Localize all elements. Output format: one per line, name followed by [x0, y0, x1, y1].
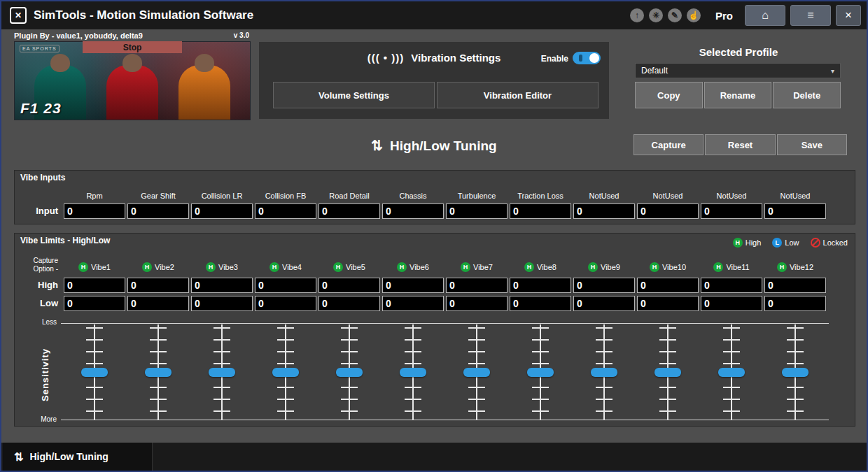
slider-handle[interactable] — [654, 368, 681, 377]
capture-option-icon[interactable]: H — [713, 262, 723, 272]
high-limit-field[interactable] — [446, 278, 507, 293]
capture-button[interactable]: Capture — [634, 134, 704, 155]
edit-icon[interactable]: ✎ — [668, 8, 682, 22]
titlebar: ✕ SimTools - Motion Simulation Software … — [1, 1, 867, 29]
vibe-input-field[interactable] — [510, 203, 571, 219]
slider-handle[interactable] — [209, 368, 235, 377]
vibe-input-field[interactable] — [573, 203, 635, 219]
stop-button[interactable]: Stop — [83, 41, 182, 53]
copy-button[interactable]: Copy — [635, 82, 703, 108]
sensitivity-slider[interactable] — [318, 324, 380, 420]
capture-option-icon[interactable]: H — [397, 262, 407, 272]
driver-artwork — [106, 65, 158, 120]
settings-icon[interactable]: ✳ — [649, 8, 663, 22]
high-limit-field[interactable] — [64, 278, 125, 293]
sensitivity-slider[interactable] — [510, 324, 571, 420]
vibe-channel-label: Vibe5 — [346, 263, 365, 271]
vibe-input-column-label: Collision FB — [255, 192, 316, 200]
high-limit-field[interactable] — [637, 278, 699, 293]
locked-icon — [811, 238, 820, 248]
low-limit-field[interactable] — [191, 296, 253, 311]
slider-handle[interactable] — [527, 368, 554, 377]
slider-handle[interactable] — [591, 368, 617, 377]
delete-button[interactable]: Delete — [773, 82, 841, 108]
updown-arrows-icon: ⇅ — [371, 138, 383, 153]
high-limit-field[interactable] — [510, 278, 571, 293]
vibe-input-field[interactable] — [382, 203, 444, 219]
capture-option-icon[interactable]: H — [333, 262, 343, 272]
vibe-channel-label: Vibe6 — [410, 263, 429, 271]
rename-button[interactable]: Rename — [704, 82, 772, 108]
capture-option-icon[interactable]: H — [650, 262, 659, 272]
sensitivity-slider[interactable] — [573, 324, 635, 420]
slider-handle[interactable] — [336, 368, 363, 377]
sensitivity-slider[interactable] — [637, 324, 699, 420]
capture-option-icon[interactable]: H — [270, 262, 279, 272]
slider-handle[interactable] — [718, 368, 745, 377]
low-limit-field[interactable] — [255, 296, 316, 311]
vibe-input-column-label: Rpm — [64, 192, 125, 200]
low-limit-field[interactable] — [637, 296, 699, 311]
slider-handle[interactable] — [400, 368, 426, 377]
save-button[interactable]: Save — [777, 134, 847, 155]
profile-select[interactable]: Default ▾ — [635, 63, 841, 78]
capture-option-icon[interactable]: H — [777, 262, 787, 272]
sensitivity-slider[interactable] — [764, 324, 826, 420]
low-limit-field[interactable] — [446, 296, 507, 311]
menu-button[interactable]: ≡ — [790, 5, 831, 26]
high-limit-field[interactable] — [255, 278, 316, 293]
low-limit-field[interactable] — [701, 296, 762, 311]
support-icon[interactable]: ☝ — [687, 8, 701, 22]
low-limit-field[interactable] — [510, 296, 571, 311]
vibe-input-field[interactable] — [255, 203, 316, 219]
vibe-input-field[interactable] — [127, 203, 189, 219]
low-limit-field[interactable] — [573, 296, 635, 311]
enable-toggle[interactable] — [573, 52, 601, 64]
sensitivity-slider[interactable] — [382, 324, 444, 420]
capture-option-icon[interactable]: H — [78, 262, 88, 272]
capture-option-icon[interactable]: H — [461, 262, 470, 272]
low-limit-field[interactable] — [64, 296, 125, 311]
high-limit-field[interactable] — [191, 278, 253, 293]
capture-option-icon[interactable]: H — [142, 262, 152, 272]
sensitivity-slider[interactable] — [64, 324, 125, 420]
vibration-editor-button[interactable]: Vibration Editor — [437, 82, 598, 108]
legend-high: H High — [733, 238, 762, 248]
capture-option-icon[interactable]: H — [588, 262, 598, 272]
vibe-input-field[interactable] — [764, 203, 826, 219]
vibe-input-field[interactable] — [64, 203, 125, 219]
high-limit-field[interactable] — [701, 278, 762, 293]
reset-button[interactable]: Reset — [705, 134, 775, 155]
vibe-input-field[interactable] — [191, 203, 253, 219]
slider-handle[interactable] — [145, 368, 172, 377]
low-limit-field[interactable] — [127, 296, 189, 311]
high-limit-field[interactable] — [382, 278, 444, 293]
high-limit-field[interactable] — [764, 278, 826, 293]
capture-option-icon[interactable]: H — [524, 262, 534, 272]
high-limit-field[interactable] — [318, 278, 380, 293]
high-limit-field[interactable] — [573, 278, 635, 293]
sensitivity-slider[interactable] — [255, 324, 316, 420]
slider-handle[interactable] — [272, 368, 299, 377]
capture-option-icon[interactable]: H — [206, 262, 216, 272]
low-limit-field[interactable] — [382, 296, 444, 311]
update-icon[interactable]: ↑ — [630, 8, 644, 22]
sensitivity-slider[interactable] — [701, 324, 762, 420]
close-button[interactable]: × — [836, 5, 861, 26]
vibe-input-field[interactable] — [446, 203, 507, 219]
sensitivity-slider[interactable] — [127, 324, 189, 420]
high-limit-field[interactable] — [127, 278, 189, 293]
vibe-input-field[interactable] — [637, 203, 699, 219]
low-limit-field[interactable] — [318, 296, 380, 311]
low-limit-field[interactable] — [764, 296, 826, 311]
vibe-input-field[interactable] — [318, 203, 380, 219]
home-button[interactable]: ⌂ — [745, 5, 785, 26]
slider-handle[interactable] — [782, 368, 808, 377]
volume-settings-button[interactable]: Volume Settings — [273, 82, 435, 108]
tab-high-low-tuning[interactable]: ⇅ High/Low Tuning — [3, 443, 153, 471]
sensitivity-slider[interactable] — [191, 324, 253, 420]
slider-handle[interactable] — [463, 368, 490, 377]
vibe-input-field[interactable] — [701, 203, 762, 219]
slider-handle[interactable] — [81, 368, 108, 377]
sensitivity-slider[interactable] — [446, 324, 507, 420]
